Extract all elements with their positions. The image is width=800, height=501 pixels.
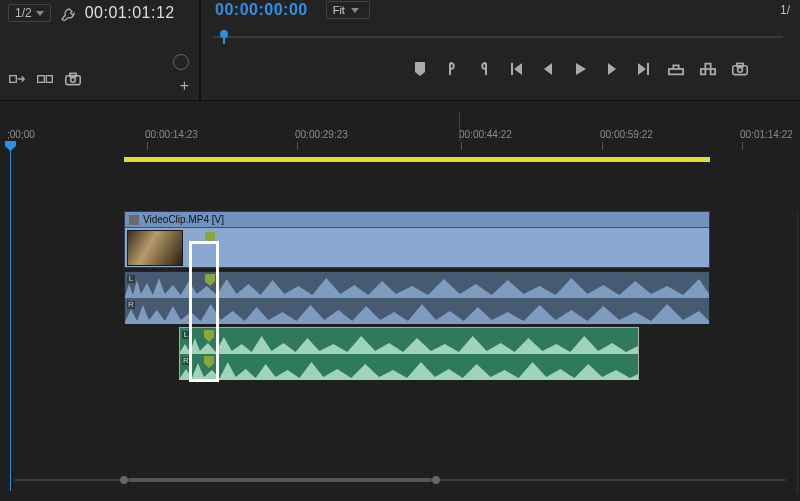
add-marker-button[interactable]: [411, 60, 429, 78]
time-ruler[interactable]: ;00;00 00:00:14:23 00:00:29:23 00:00:44:…: [0, 129, 800, 157]
chevron-down-icon: [36, 11, 44, 16]
waveform: [180, 356, 638, 380]
program-scrub-bar[interactable]: [213, 30, 783, 44]
waveform: [125, 300, 709, 324]
export-frame-icon[interactable]: [64, 70, 82, 88]
top-toolbar-area: 1/2 00:01:01:12 + 00:00:00:00: [0, 0, 800, 100]
audio-clip-a2[interactable]: L R: [179, 327, 639, 380]
mark-out-button[interactable]: [475, 60, 493, 78]
svg-rect-1: [38, 76, 45, 83]
program-monitor-panel: 00:00:00:00 Fit 1/: [200, 0, 800, 100]
waveform: [125, 274, 709, 298]
mark-in-button[interactable]: [443, 60, 461, 78]
zoom-circle-icon[interactable]: [173, 54, 189, 70]
scrub-track: [213, 36, 783, 38]
ruler-tick: 00:00:29:23: [295, 129, 348, 150]
button-editor-plus-icon[interactable]: +: [180, 78, 189, 94]
svg-point-11: [738, 67, 743, 72]
settings-wrench-icon[interactable]: [59, 4, 77, 22]
overwrite-icon[interactable]: [36, 70, 54, 88]
timeline-playhead[interactable]: [10, 141, 11, 491]
ruler-major-tick: [459, 111, 460, 141]
export-frame-button[interactable]: [731, 60, 749, 78]
svg-rect-0: [10, 76, 17, 83]
svg-rect-6: [669, 69, 683, 74]
scroll-thumb-bar: [128, 478, 432, 482]
chevron-down-icon: [351, 8, 359, 13]
scrub-playhead-icon[interactable]: [219, 30, 229, 44]
play-button[interactable]: [571, 60, 589, 78]
go-to-out-button[interactable]: [635, 60, 653, 78]
timeline-panel: ;00;00 00:00:14:23 00:00:29:23 00:00:44:…: [0, 100, 800, 501]
program-timecode[interactable]: 00:00:00:00: [215, 1, 308, 19]
work-area-bar[interactable]: [124, 157, 710, 162]
step-back-button[interactable]: [539, 60, 557, 78]
video-clip-name: VideoClip.MP4 [V]: [143, 214, 224, 225]
transport-controls: [411, 60, 749, 78]
insert-icon[interactable]: [8, 70, 26, 88]
playback-resolution-value: 1/2: [15, 6, 32, 20]
audio-clip-a1[interactable]: L R: [124, 271, 710, 324]
ruler-tick: 00:00:44:22: [459, 129, 512, 150]
step-forward-button[interactable]: [603, 60, 621, 78]
extract-button[interactable]: [699, 60, 717, 78]
program-page-indicator: 1/: [780, 3, 790, 17]
clip-thumbnail: [127, 230, 183, 266]
fx-badge-icon: [129, 215, 139, 225]
video-clip[interactable]: VideoClip.MP4 [V]: [124, 211, 710, 268]
clip-marker-icon[interactable]: [205, 232, 215, 244]
panel-divider[interactable]: [797, 213, 798, 493]
ruler-tick: 00:00:14:23: [145, 129, 198, 150]
source-monitor-panel: 1/2 00:01:01:12 +: [0, 0, 200, 100]
ruler-tick: 00:00:59:22: [600, 129, 653, 150]
source-timecode[interactable]: 00:01:01:12: [85, 4, 175, 22]
zoom-fit-label: Fit: [333, 4, 345, 16]
go-to-in-button[interactable]: [507, 60, 525, 78]
timeline-zoom-scrollbar[interactable]: [0, 475, 800, 485]
zoom-fit-select[interactable]: Fit: [326, 1, 370, 19]
zoom-handle-right[interactable]: [432, 476, 440, 484]
lift-button[interactable]: [667, 60, 685, 78]
zoom-handle-left[interactable]: [120, 476, 128, 484]
clip-titlebar: VideoClip.MP4 [V]: [125, 212, 709, 228]
svg-rect-2: [46, 76, 52, 83]
svg-point-4: [71, 77, 76, 82]
waveform: [180, 330, 638, 354]
ruler-tick: 00:01:14:22: [740, 129, 793, 150]
scroll-thumb[interactable]: [120, 475, 440, 485]
playback-resolution-select[interactable]: 1/2: [8, 4, 51, 22]
svg-rect-9: [705, 64, 710, 69]
